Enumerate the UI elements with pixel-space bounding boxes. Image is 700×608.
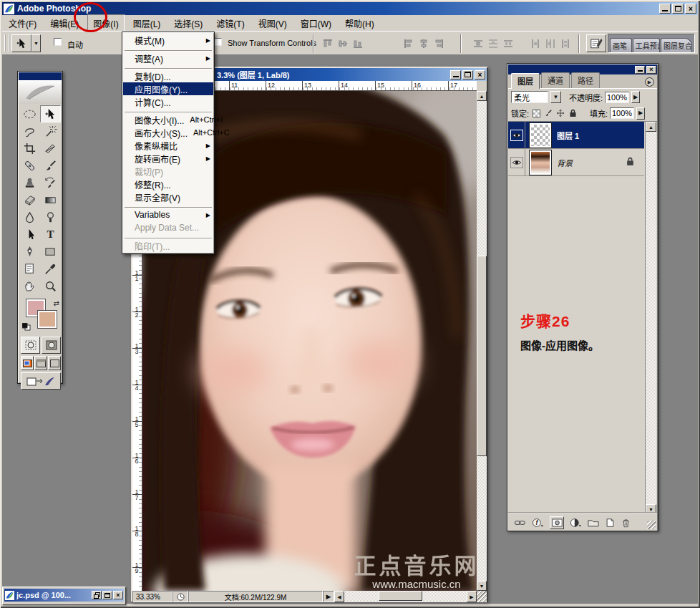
tool-crop[interactable] (19, 140, 40, 157)
scroll-up-button[interactable]: ▲ (477, 91, 487, 101)
fullscreen-menubar-button[interactable] (34, 356, 47, 370)
tab-channels[interactable]: 通道 (541, 72, 570, 88)
menu-layer[interactable]: 图层(L) (128, 15, 166, 32)
visibility-cell[interactable] (508, 122, 525, 149)
auto-select-checkbox[interactable] (54, 38, 62, 46)
standard-screen-button[interactable] (21, 356, 34, 370)
tool-magic-wand[interactable] (40, 122, 61, 140)
menu-item-reveal-all[interactable]: 显示全部(V) (123, 190, 213, 203)
quick-mask-button[interactable] (42, 337, 61, 354)
distribute-bottom-button[interactable] (501, 37, 515, 50)
minimized-document-window[interactable]: jc.psd @ 100... × (2, 587, 126, 605)
lock-transparency-button[interactable] (531, 108, 541, 118)
standard-mode-button[interactable] (21, 337, 40, 354)
close-button[interactable]: × (685, 4, 696, 14)
panel-minimize-button[interactable] (635, 66, 645, 74)
distribute-vcenter-button[interactable] (486, 37, 500, 50)
tool-move[interactable] (40, 105, 61, 122)
layer-name[interactable]: 图层 1 (557, 130, 579, 141)
background-color-swatch[interactable] (38, 311, 57, 328)
new-layer-button[interactable] (606, 518, 615, 528)
doc-minimize-button[interactable] (450, 70, 461, 79)
scroll-right-button[interactable]: ▶ (467, 591, 477, 602)
panel-close-button[interactable]: × (646, 66, 656, 74)
layer-style-button[interactable]: f (533, 518, 543, 528)
align-right-button[interactable] (432, 37, 446, 50)
maximize-button[interactable] (102, 591, 112, 599)
tool-shape[interactable] (40, 243, 61, 260)
lock-image-button[interactable] (543, 108, 553, 118)
document-size-field[interactable]: 文档:60.2M/122.9M (188, 591, 323, 602)
opacity-slider-arrow[interactable]: ▶ (631, 91, 640, 103)
scroll-down-button[interactable]: ▼ (477, 581, 487, 591)
fill-slider-arrow[interactable]: ▶ (636, 107, 645, 120)
scroll-up-button[interactable]: ▲ (646, 122, 656, 132)
tool-pen[interactable] (19, 243, 40, 260)
panel-resize-grip[interactable] (647, 521, 656, 529)
palette-tab-layer-comps[interactable]: 图层复合 (661, 38, 692, 52)
new-group-button[interactable] (588, 518, 599, 527)
tool-history-brush[interactable] (40, 174, 61, 191)
tool-brush[interactable] (40, 157, 61, 174)
tool-clone-stamp[interactable] (19, 174, 40, 191)
tool-marquee[interactable] (19, 105, 40, 122)
visibility-cell[interactable] (508, 149, 525, 176)
layer-thumbnail[interactable] (530, 123, 551, 148)
align-hcenter-button[interactable] (417, 37, 431, 50)
blend-mode-dropdown-arrow[interactable]: ▼ (550, 91, 561, 103)
align-left-button[interactable] (402, 37, 416, 50)
opacity-field[interactable]: 100% (605, 92, 629, 103)
distribute-left-button[interactable] (528, 37, 543, 50)
tool-hand[interactable] (19, 277, 40, 294)
tool-lasso[interactable] (19, 122, 40, 140)
menu-item-canvas-size[interactable]: 画布大小(S)...Alt+Ctrl+C (123, 126, 213, 139)
swap-colors-icon[interactable]: ⇄ (54, 299, 59, 307)
menu-item-image-size[interactable]: 图像大小(I)...Alt+Ctrl+I (123, 113, 213, 126)
background-layer-thumbnail[interactable] (530, 150, 551, 175)
menu-view[interactable]: 视图(V) (253, 15, 292, 32)
link-layers-button[interactable] (514, 519, 526, 526)
tool-preset-dropdown[interactable]: ▼ (31, 34, 41, 52)
delete-layer-button[interactable] (621, 518, 631, 528)
tool-zoom[interactable] (40, 277, 61, 294)
blend-mode-select[interactable]: 柔光 (511, 91, 548, 103)
tool-slice[interactable] (40, 140, 61, 157)
palette-toggle-button[interactable] (586, 34, 606, 52)
menu-filter[interactable]: 滤镜(T) (211, 15, 249, 32)
vertical-scroll-thumb[interactable] (477, 256, 487, 456)
scroll-down-button[interactable]: ▼ (646, 504, 656, 513)
show-transform-checkbox[interactable] (214, 38, 222, 46)
menu-item-pixel-aspect[interactable]: 像素纵横比▶ (123, 139, 213, 152)
layer-mask-button[interactable] (550, 516, 564, 529)
lock-all-button[interactable] (568, 108, 578, 118)
tool-gradient[interactable] (40, 191, 61, 208)
tool-notes[interactable] (19, 260, 40, 277)
menu-item-apply-image[interactable]: 应用图像(Y)... (123, 82, 213, 95)
tool-eyedropper[interactable] (40, 260, 61, 277)
minimized-title-bar[interactable]: jc.psd @ 100... × (4, 589, 124, 602)
layer-name[interactable]: 背景 (557, 157, 573, 168)
menu-item-trim[interactable]: 修整(R)... (123, 178, 213, 190)
resize-grip[interactable] (477, 591, 487, 602)
panel-menu-button[interactable]: ▶ (645, 77, 654, 87)
align-top-button[interactable] (321, 37, 335, 50)
adjustment-layer-button[interactable] (570, 518, 581, 528)
jump-to-imageready-button[interactable] (21, 372, 61, 390)
options-bar-grip[interactable] (4, 34, 9, 52)
layer-row-1[interactable]: 图层 1 (508, 122, 644, 149)
doc-close-button[interactable]: × (475, 70, 485, 79)
tool-type[interactable]: T (40, 226, 61, 243)
distribute-top-button[interactable] (471, 37, 485, 50)
tab-layers[interactable]: 图层 (511, 73, 540, 89)
distribute-hcenter-button[interactable] (543, 37, 558, 50)
menu-item-duplicate[interactable]: 复制(D)... (123, 69, 213, 82)
align-vcenter-button[interactable] (336, 37, 350, 50)
palette-tab-brushes[interactable]: 画笔 (610, 38, 632, 52)
horizontal-scroll-thumb[interactable] (379, 591, 423, 601)
status-clock-button[interactable] (172, 591, 188, 602)
tool-healing-brush[interactable] (19, 157, 40, 174)
menu-item-adjustments[interactable]: 调整(A)▶ (123, 52, 213, 64)
tool-path-selection[interactable] (19, 226, 40, 243)
horizontal-scroll-track[interactable] (344, 591, 467, 602)
menu-item-mode[interactable]: 模式(M)▶ (123, 34, 213, 47)
